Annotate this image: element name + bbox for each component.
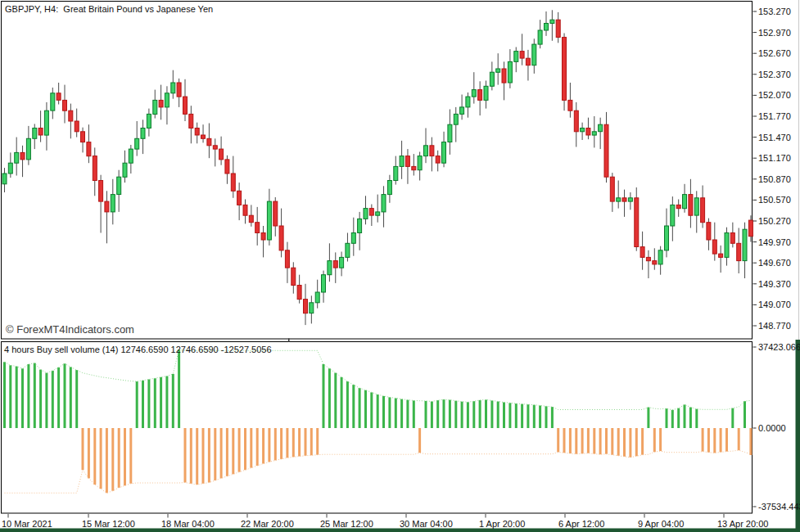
candle-up	[387, 181, 391, 195]
price-axis-label: 153.270	[758, 7, 791, 17]
buy-volume-bar	[328, 368, 331, 428]
chart-graphics[interactable]	[0, 0, 800, 532]
price-axis-label: 149.670	[758, 258, 791, 268]
candle-down	[261, 233, 265, 241]
candle-up	[171, 83, 175, 93]
sell-volume-bar	[238, 428, 241, 472]
buy-volume-bar	[677, 408, 680, 428]
candle-up	[454, 114, 458, 124]
candle-down	[249, 215, 253, 223]
sell-volume-bar	[316, 428, 319, 455]
sell-volume-bar	[725, 428, 728, 452]
candle-up	[508, 61, 512, 83]
indicator-axis-zero: 0.0000	[758, 423, 786, 434]
buy-volume-bar	[75, 370, 78, 428]
candle-up	[671, 205, 675, 226]
candle-up	[340, 257, 344, 268]
sell-volume-bar	[232, 428, 234, 474]
candle-up	[111, 195, 115, 212]
candle-down	[405, 156, 409, 167]
sell-volume-bar	[298, 428, 301, 457]
sell-volume-bar	[262, 428, 264, 464]
candle-down	[189, 114, 193, 128]
buy-volume-bar	[388, 397, 391, 428]
sell-volume-bar	[196, 428, 198, 485]
buy-volume-bar	[521, 404, 523, 428]
buy-volume-bar	[461, 402, 463, 428]
candle-down	[430, 146, 434, 156]
sell-volume-bar	[707, 428, 710, 453]
candle-down	[207, 138, 211, 146]
candle-down	[231, 174, 235, 191]
price-axis-label: 149.070	[758, 300, 791, 310]
candle-down	[520, 52, 524, 59]
candle-down	[279, 226, 283, 250]
time-axis[interactable]: 10 Mar 202115 Mar 12:0018 Mar 04:0022 Ma…	[0, 514, 800, 532]
time-axis-label: 13 Apr 20:00	[717, 519, 768, 530]
candle-down	[748, 220, 753, 237]
sell-volume-bar	[280, 428, 282, 459]
time-axis-label: 25 Mar 12:00	[320, 519, 373, 530]
candle-down	[646, 257, 650, 260]
panel-splitter[interactable]	[288, 339, 290, 343]
buy-volume-bar	[323, 364, 325, 428]
sell-volume-bar	[214, 428, 216, 480]
sell-volume-bar	[635, 428, 638, 456]
candle-up	[628, 198, 632, 201]
candle-down	[622, 198, 626, 201]
sell-volume-bar	[569, 428, 572, 453]
candle-down	[701, 198, 705, 223]
candle-down	[237, 191, 242, 205]
buy-volume-bar	[647, 408, 649, 428]
buy-volume-bar	[539, 406, 541, 429]
buy-volume-bar	[370, 392, 373, 428]
main-chart-panel[interactable]	[2, 2, 753, 340]
candle-down	[653, 261, 657, 264]
price-axis-label: 149.370	[758, 279, 791, 290]
buy-volume-bar	[472, 401, 475, 428]
sell-volume-bar	[310, 428, 313, 455]
candle-up	[33, 128, 37, 139]
time-axis-label: 15 Mar 12:00	[82, 519, 135, 530]
time-axis-label: 6 Apr 12:00	[558, 519, 604, 530]
candle-down	[526, 58, 530, 65]
sell-volume-bar	[720, 428, 722, 452]
buy-volume-bar	[136, 381, 138, 428]
candle-down	[563, 38, 567, 101]
buy-volume-bar	[64, 363, 66, 428]
candle-down	[502, 69, 506, 83]
buy-volume-bar	[147, 380, 150, 429]
sell-volume-bar	[605, 428, 608, 454]
sell-volume-bar	[118, 428, 120, 488]
candle-down	[201, 135, 206, 138]
buy-volume-bar	[9, 365, 11, 428]
sell-volume-bar	[100, 428, 102, 489]
candle-up	[442, 142, 446, 164]
candle-up	[400, 156, 404, 167]
buy-volume-bar	[341, 377, 343, 428]
buy-volume-bar	[165, 376, 168, 429]
candle-up	[8, 163, 12, 174]
price-axis-label: 152.070	[758, 90, 791, 101]
price-axis-label: 152.970	[758, 28, 791, 38]
candle-up	[364, 209, 368, 219]
price-axis[interactable]: 153.270152.970152.670152.370152.070151.7…	[753, 0, 800, 340]
candle-down	[635, 198, 639, 247]
sell-volume-bar	[599, 428, 602, 454]
sell-volume-bar	[575, 428, 577, 454]
buy-volume-bar	[172, 374, 174, 428]
indicator-axis[interactable]: 37423.0669 0.0000 -37534.443	[753, 340, 800, 516]
buy-volume-bar	[449, 400, 451, 428]
candle-up	[26, 138, 30, 160]
candle-up	[490, 72, 494, 86]
buy-volume-bar	[467, 402, 469, 428]
sell-volume-bar	[557, 428, 559, 452]
candle-up	[382, 195, 386, 212]
candle-down	[213, 146, 217, 149]
candle-up	[376, 212, 380, 215]
candle-down	[586, 128, 590, 136]
buy-volume-bar	[527, 404, 529, 428]
candle-up	[418, 156, 422, 170]
candle-up	[514, 52, 518, 62]
buy-volume-bar	[70, 367, 72, 428]
